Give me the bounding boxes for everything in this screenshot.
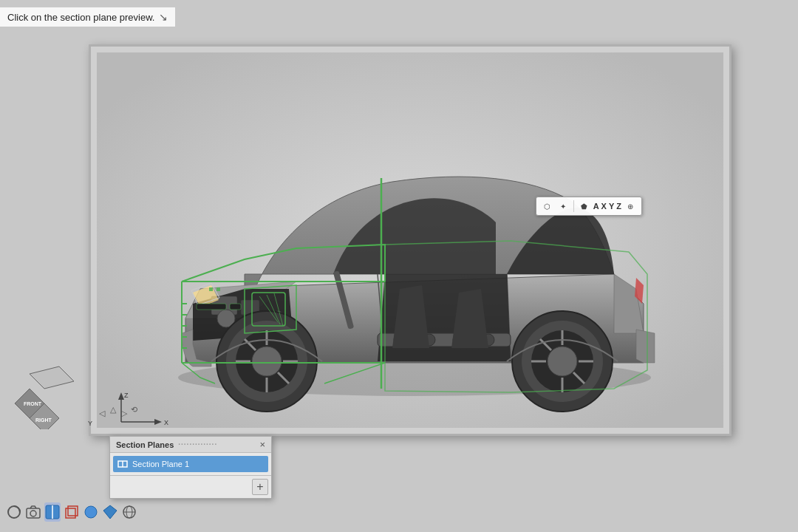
viewport-inner: ⬡ ✦ ⬟ A X Y Z ⊕	[97, 52, 723, 428]
toolbar-icon-gem[interactable]	[102, 502, 118, 522]
section-planes-panel[interactable]: Section Planes ·············· × Section …	[109, 436, 272, 499]
toolbar-cube-icon[interactable]: ⬡	[541, 200, 554, 213]
viewport-frame[interactable]: ⬡ ✦ ⬟ A X Y Z ⊕	[89, 44, 732, 436]
toolbar-icon-section[interactable]	[44, 502, 61, 522]
svg-text:◁: ◁	[99, 409, 106, 417]
svg-text:RIGHT: RIGHT	[35, 417, 52, 423]
svg-marker-50	[30, 366, 74, 389]
toolbar-move-icon[interactable]: ✦	[556, 200, 570, 213]
svg-rect-42	[197, 304, 226, 310]
svg-marker-56	[118, 392, 124, 400]
instruction-bar: Click on the section plane preview. ↘	[0, 7, 175, 27]
svg-rect-71	[66, 508, 75, 518]
svg-text:Y: Y	[88, 420, 92, 427]
svg-marker-74	[103, 505, 117, 519]
axis-display: Z Y X ◁ △ ▷ ⟲	[84, 389, 180, 429]
toolbar-icon-sphere[interactable]	[83, 502, 99, 522]
toolbar-icon-globe[interactable]	[121, 502, 137, 522]
svg-text:FRONT: FRONT	[24, 401, 42, 406]
svg-point-73	[85, 506, 97, 518]
section-planes-content: Section Plane 1	[110, 453, 271, 475]
svg-rect-43	[230, 304, 241, 310]
svg-text:▷: ▷	[121, 409, 128, 417]
svg-point-68	[30, 511, 36, 516]
toolbar-icon-rotate[interactable]	[6, 502, 22, 522]
add-section-plane-button[interactable]: +	[252, 479, 268, 495]
section-planes-header[interactable]: Section Planes ·············· ×	[110, 437, 271, 453]
svg-text:△: △	[110, 405, 117, 414]
toolbar-axis-x[interactable]: X	[601, 202, 607, 211]
section-plane-item-name: Section Plane 1	[132, 460, 189, 468]
bottom-toolbar	[0, 491, 118, 532]
svg-rect-44	[209, 287, 213, 291]
section-planes-title-text: Section Planes	[116, 440, 174, 449]
main-viewport: Click on the section plane preview. ↘	[0, 0, 798, 532]
svg-text:⟲: ⟲	[131, 405, 137, 414]
instruction-arrow: ↘	[159, 11, 168, 23]
svg-marker-60	[154, 419, 162, 425]
section-planes-footer: +	[110, 475, 271, 498]
toolbar-separator-1	[573, 200, 574, 212]
section-plane-item-icon	[117, 459, 128, 469]
toolbar-axis-a[interactable]: A	[593, 202, 599, 211]
instruction-text: Click on the section plane preview.	[7, 12, 154, 23]
svg-text:X: X	[164, 419, 168, 426]
section-plane-toolbar[interactable]: ⬡ ✦ ⬟ A X Y Z ⊕	[536, 197, 642, 216]
toolbar-add-icon[interactable]: ⊕	[624, 200, 637, 213]
svg-text:Z: Z	[124, 392, 129, 399]
svg-rect-45	[216, 287, 220, 291]
toolbar-icon-box[interactable]	[64, 502, 80, 522]
section-planes-drag-handle[interactable]: ··············	[178, 440, 217, 449]
svg-point-28	[548, 347, 577, 376]
nav-cube-area: FRONT RIGHT Z Y X ◁ △ ▷ ⟲	[7, 363, 180, 432]
toolbar-icon-camera[interactable]	[25, 502, 41, 522]
toolbar-axis-y[interactable]: Y	[609, 202, 614, 211]
section-plane-item[interactable]: Section Plane 1	[113, 456, 268, 472]
toolbar-plane-icon[interactable]: ⬟	[578, 200, 591, 213]
car-scene	[97, 52, 723, 428]
toolbar-axis-z[interactable]: Z	[616, 202, 621, 211]
section-planes-close-button[interactable]: ×	[259, 440, 265, 449]
section-planes-title: Section Planes ··············	[116, 440, 217, 449]
nav-cube-svg[interactable]: FRONT RIGHT	[7, 363, 81, 429]
svg-point-18	[252, 347, 282, 376]
svg-rect-72	[68, 506, 78, 516]
